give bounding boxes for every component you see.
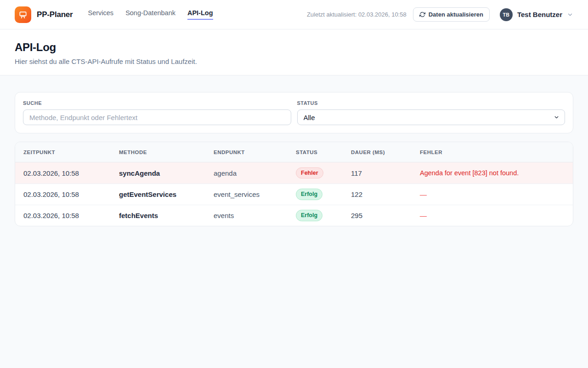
page-subtitle: Hier siehst du alle CTS-API-Aufrufe mit …	[15, 58, 573, 65]
nav-services[interactable]: Services	[88, 9, 114, 20]
col-zeitpunkt: ZEITPUNKT	[23, 150, 119, 155]
cell-endpunkt: events	[214, 212, 296, 219]
nav-api-log[interactable]: API-Log	[187, 9, 213, 20]
status-badge: Fehler	[296, 167, 323, 178]
cell-status: Erfolg	[296, 189, 351, 200]
search-input[interactable]	[23, 109, 291, 125]
col-dauer: DAUER (MS)	[351, 150, 420, 155]
app-header: PP-Planer Services Song-Datenbank API-Lo…	[0, 0, 588, 29]
cell-endpunkt: agenda	[214, 169, 296, 177]
table-row[interactable]: 02.03.2026, 10:58 fetchEvents events Erf…	[15, 205, 573, 226]
col-fehler: FEHLER	[420, 150, 573, 155]
status-badge: Erfolg	[296, 210, 322, 221]
col-methode: METHODE	[119, 150, 214, 155]
col-endpunkt: ENDPUNKT	[214, 150, 296, 155]
table-header-row: ZEITPUNKT METHODE ENDPUNKT STATUS DAUER …	[15, 142, 573, 162]
refresh-button-label: Daten aktualisieren	[429, 11, 483, 18]
main-nav: Services Song-Datenbank API-Log	[88, 9, 213, 20]
nav-song-datenbank[interactable]: Song-Datenbank	[125, 9, 175, 20]
chevron-down-icon	[567, 12, 573, 18]
cell-fehler: Agenda for event [823] not found.	[420, 169, 573, 177]
cell-fehler: —	[420, 190, 573, 198]
status-field: STATUS Alle	[297, 100, 565, 125]
status-badge: Erfolg	[296, 189, 322, 200]
cell-dauer: 295	[351, 212, 420, 219]
user-name: Test Benutzer	[517, 11, 562, 18]
last-updated-text: Zuletzt aktualisiert: 02.03.2026, 10:58	[307, 11, 407, 18]
refresh-icon	[419, 12, 425, 17]
avatar: TB	[500, 8, 513, 21]
user-menu[interactable]: TB Test Benutzer	[500, 8, 573, 21]
cell-methode: syncAgenda	[119, 169, 214, 177]
table-row[interactable]: 02.03.2026, 10:58 syncAgenda agenda Fehl…	[15, 162, 573, 184]
cell-zeitpunkt: 02.03.2026, 10:58	[23, 169, 119, 177]
cell-zeitpunkt: 02.03.2026, 10:58	[23, 212, 119, 219]
page-title: API-Log	[15, 41, 573, 54]
cell-status: Erfolg	[296, 210, 351, 221]
page-header: API-Log Hier siehst du alle CTS-API-Aufr…	[0, 29, 588, 75]
search-field: SUCHE	[23, 100, 291, 125]
cell-dauer: 117	[351, 169, 420, 177]
cell-fehler: —	[420, 212, 573, 219]
cell-status: Fehler	[296, 167, 351, 178]
table-row[interactable]: 02.03.2026, 10:58 getEventServices event…	[15, 184, 573, 205]
refresh-button[interactable]: Daten aktualisieren	[413, 7, 490, 22]
cell-zeitpunkt: 02.03.2026, 10:58	[23, 190, 119, 198]
api-log-table: ZEITPUNKT METHODE ENDPUNKT STATUS DAUER …	[15, 142, 573, 226]
cell-methode: getEventServices	[119, 190, 214, 198]
status-label: STATUS	[297, 100, 565, 106]
search-label: SUCHE	[23, 100, 291, 106]
app-logo[interactable]	[15, 6, 31, 23]
filter-card: SUCHE STATUS Alle	[15, 92, 573, 133]
cell-methode: fetchEvents	[119, 212, 214, 219]
cell-dauer: 122	[351, 190, 420, 198]
presentation-screen-icon	[18, 10, 28, 19]
col-status: STATUS	[296, 150, 351, 155]
brand-name: PP-Planer	[37, 10, 73, 19]
cell-endpunkt: event_services	[214, 190, 296, 198]
main-content: SUCHE STATUS Alle ZEITPUNKT METHODE ENDP…	[0, 75, 588, 226]
status-select[interactable]: Alle	[297, 109, 565, 125]
